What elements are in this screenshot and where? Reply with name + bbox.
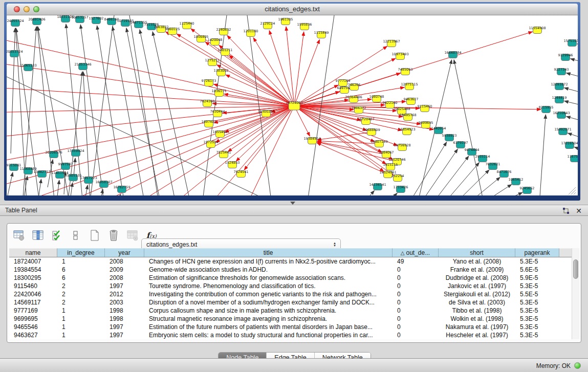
- table-row[interactable]: 2242004622012Investigating the contribut…: [9, 290, 573, 298]
- delete-rows-icon[interactable]: [107, 229, 120, 242]
- graph-node[interactable]: 1420048: [208, 38, 223, 46]
- graph-node[interactable]: 9660125: [165, 27, 180, 35]
- graph-node[interactable]: 20691406: [28, 17, 45, 25]
- column-header-in_degree[interactable]: in_degree: [57, 248, 105, 257]
- close-panel-icon[interactable]: ✕: [576, 206, 582, 215]
- graph-node[interactable]: 2935114: [475, 155, 490, 162]
- graph-node[interactable]: 20553724: [7, 50, 23, 57]
- graph-node[interactable]: 21053346: [74, 62, 91, 70]
- table-row[interactable]: 1456911722003Disruption of a novel membe…: [9, 298, 573, 307]
- graph-node[interactable]: 1961305: [278, 17, 293, 25]
- minimize-window-button[interactable]: [24, 6, 30, 12]
- graph-node[interactable]: 1615115: [383, 163, 398, 170]
- graph-node[interactable]: 1244419: [552, 96, 567, 103]
- zoom-window-button[interactable]: [33, 6, 39, 12]
- graph-node[interactable]: 1697427: [202, 120, 216, 127]
- graph-node[interactable]: 1167533: [568, 155, 578, 162]
- graph-node[interactable]: 10973493: [391, 52, 408, 60]
- graph-node[interactable]: 1527602: [89, 16, 104, 24]
- graph-node[interactable]: 1065412: [509, 178, 524, 185]
- graph-node[interactable]: 746266: [348, 83, 361, 91]
- graph-node[interactable]: 2240632: [216, 28, 231, 35]
- graph-node[interactable]: 1733426: [394, 185, 408, 193]
- graph-node[interactable]: 14136141: [369, 183, 386, 190]
- graph-node[interactable]: 7525441: [216, 150, 231, 158]
- graph-node[interactable]: 2084067: [379, 150, 394, 158]
- graph-node[interactable]: 1201180: [244, 29, 258, 37]
- graph-node[interactable]: 19756928: [394, 143, 410, 151]
- graph-node[interactable]: 8215955: [539, 105, 554, 113]
- float-panel-icon[interactable]: [562, 207, 570, 214]
- graph-node[interactable]: 9129946: [558, 53, 573, 61]
- graph-node[interactable]: 7632621: [486, 162, 500, 170]
- column-header-name[interactable]: name: [9, 248, 57, 257]
- graph-node[interactable]: 9227343: [554, 68, 569, 75]
- graph-node[interactable]: 9463627: [404, 97, 419, 105]
- graph-node[interactable]: 2129124: [260, 21, 275, 29]
- graph-node[interactable]: 17359924: [67, 149, 84, 157]
- table-settings-icon[interactable]: [12, 229, 26, 242]
- table-scrollbar[interactable]: [572, 248, 579, 339]
- graph-node[interactable]: 1524853: [225, 161, 240, 168]
- graph-node[interactable]: 7624541: [234, 170, 249, 178]
- graph-node[interactable]: 10688609: [363, 128, 380, 136]
- graph-node[interactable]: 18495768: [399, 113, 416, 121]
- graph-node[interactable]: 9115460: [418, 104, 432, 112]
- graph-node[interactable]: 20206576: [45, 150, 62, 158]
- graph-node[interactable]: 252254: [391, 174, 404, 182]
- graph-node[interactable]: 16854923: [398, 127, 415, 135]
- table-row[interactable]: 946362711997Embryonic stem cells: a mode…: [9, 331, 573, 339]
- column-header-title[interactable]: title: [144, 248, 393, 257]
- table-row[interactable]: 969969511998Structural magnetic resonanc…: [9, 315, 573, 323]
- select-all-rows-icon[interactable]: [50, 229, 63, 242]
- column-header-short[interactable]: short: [439, 248, 515, 257]
- graph-node[interactable]: 1836175: [212, 89, 227, 97]
- graph-node[interactable]: 9997587: [58, 162, 73, 170]
- graph-node[interactable]: 1125440: [180, 21, 194, 29]
- network-window-titlebar[interactable]: citations_edges.txt: [7, 4, 578, 15]
- graph-node[interactable]: 1080748: [369, 95, 384, 102]
- graph-node[interactable]: 13505135: [64, 173, 81, 181]
- graph-node[interactable]: 10653257: [71, 15, 88, 23]
- graph-node[interactable]: 5938923: [442, 134, 457, 141]
- delete-table-icon[interactable]: [126, 229, 139, 242]
- graph-node[interactable]: 12213967: [383, 39, 400, 47]
- graph-node[interactable]: 12093872: [551, 82, 568, 90]
- close-window-button[interactable]: [14, 6, 20, 12]
- graph-node[interactable]: 1275211: [205, 58, 220, 66]
- graph-node[interactable]: 15751074: [563, 39, 578, 47]
- graph-node[interactable]: 7630444: [210, 110, 225, 117]
- table-row[interactable]: 1872400712008Changes of HCN gene express…: [9, 257, 573, 266]
- graph-node[interactable]: 15065133: [19, 63, 36, 71]
- graph-node[interactable]: 16958107: [95, 180, 112, 188]
- graph-node[interactable]: 17957223: [80, 176, 97, 184]
- graph-node[interactable]: 12975115: [401, 82, 418, 90]
- scrollbar-thumb[interactable]: [573, 259, 578, 279]
- graph-node[interactable]: 11554908: [529, 26, 546, 34]
- graph-node[interactable]: 7624360: [200, 99, 215, 107]
- select-column-icon[interactable]: [31, 229, 45, 242]
- graph-node[interactable]: 1115449: [314, 31, 329, 38]
- table-row[interactable]: 977716911998Corpus callosum shape and si…: [9, 307, 573, 315]
- graph-node[interactable]: 1972524: [204, 140, 219, 148]
- graph-node[interactable]: 7485063: [398, 68, 413, 75]
- graph-node[interactable]: 1440954: [431, 126, 446, 134]
- table-row[interactable]: 1830029562008Estimation of significance …: [9, 274, 573, 282]
- graph-node[interactable]: 6379197: [453, 141, 468, 148]
- graph-node[interactable]: 19384554: [303, 137, 320, 144]
- graph-node[interactable]: 18807249: [371, 140, 387, 147]
- new-table-icon[interactable]: [88, 229, 101, 242]
- column-header-year[interactable]: year: [105, 248, 144, 257]
- table-row[interactable]: 911546021997Tourette syndrome. Phenomeno…: [9, 282, 573, 290]
- graph-node[interactable]: 16210643: [553, 111, 570, 119]
- network-canvas[interactable]: 2405572420691406185311061065325715276028…: [7, 15, 578, 195]
- table-row[interactable]: 946554611997Estimation of the future num…: [9, 323, 573, 331]
- table-row[interactable]: 1938455462009Genome-wide association stu…: [9, 266, 573, 274]
- graph-node[interactable]: 8471676: [497, 170, 512, 178]
- graph-node[interactable]: 1655492: [213, 130, 228, 138]
- column-header-pagerank[interactable]: pagerank: [515, 248, 559, 257]
- column-header-out_de[interactable]: △out_de...: [393, 248, 439, 257]
- row-height-icon[interactable]: [69, 229, 82, 242]
- graph-node[interactable]: 1856405: [194, 35, 209, 42]
- graph-node[interactable]: 16782759: [113, 185, 130, 193]
